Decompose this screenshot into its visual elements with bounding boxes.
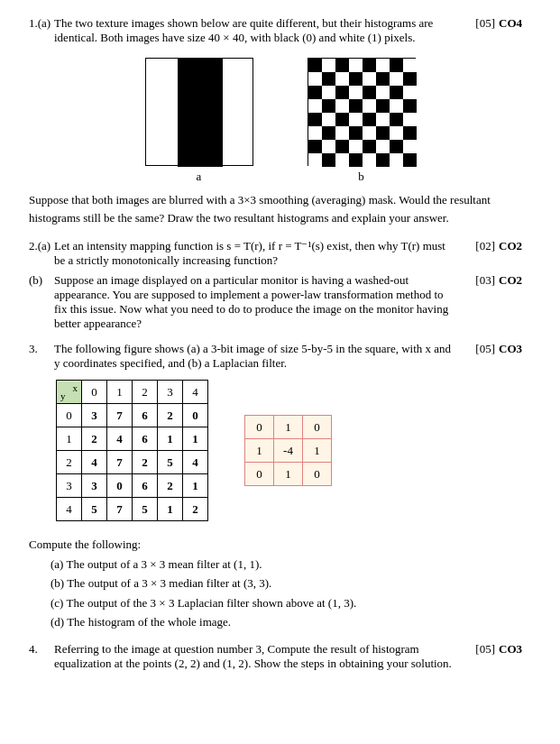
q4-mark: [05] <box>455 642 499 657</box>
checkerboard-cell <box>308 99 322 113</box>
checkerboard-cell <box>335 113 349 126</box>
checkerboard-cell <box>363 113 376 126</box>
checkerboard-grid <box>308 59 417 167</box>
compute-item: (c) The output of the 3 × 3 Laplacian fi… <box>50 594 531 612</box>
checkerboard-cell <box>335 140 349 153</box>
col-header: 0 <box>82 381 107 404</box>
compute-block: Compute the following: (a) The output of… <box>29 536 531 631</box>
q4-text: Referring to the image at question numbe… <box>54 642 455 671</box>
checkerboard-cell <box>403 140 417 153</box>
table-cell: 1 <box>183 427 208 451</box>
checkerboard-cell <box>335 86 349 99</box>
table-cell: 3 <box>82 404 107 427</box>
checkerboard-cell <box>376 126 390 140</box>
laplacian-table: 0101-41010 <box>244 415 332 486</box>
compute-item: (b) The output of a 3 × 3 median filter … <box>50 574 531 592</box>
checkerboard-cell <box>363 140 376 153</box>
checkerboard-cell <box>403 126 417 140</box>
q1-co: CO4 <box>499 16 531 31</box>
laplacian-cell: 1 <box>245 439 274 463</box>
checkerboard-cell <box>308 113 322 126</box>
checkerboard-cell <box>376 140 390 153</box>
checkerboard-cell <box>403 99 417 113</box>
table-cell: 0 <box>107 474 133 498</box>
checkerboard-cell <box>349 153 363 167</box>
q1-mark: [05] <box>455 16 499 31</box>
table-cell: 6 <box>133 474 158 498</box>
q1-text: The two texture images shown below are q… <box>54 16 455 45</box>
checkerboard-cell <box>335 126 349 140</box>
table-cell: 2 <box>158 404 183 427</box>
laplacian-cell: 0 <box>303 463 332 486</box>
table-cell: 2 <box>133 451 158 474</box>
checkerboard-cell <box>376 113 390 126</box>
checkerboard-cell <box>349 99 363 113</box>
checkerboard-cell <box>349 140 363 153</box>
compute-items: (a) The output of a 3 × 3 mean filter at… <box>50 556 531 631</box>
checkerboard-cell <box>390 126 403 140</box>
question-3: 3. The following figure shows (a) a 3-bi… <box>29 342 531 631</box>
checkerboard-cell <box>335 72 349 86</box>
checkerboard-cell <box>363 99 376 113</box>
checkerboard-cell <box>403 113 417 126</box>
question-4: 4. Referring to the image at question nu… <box>29 642 531 671</box>
table-cell: 2 <box>183 498 208 521</box>
table-cell: 1 <box>158 498 183 521</box>
blurring-question: Suppose that both images are blurred wit… <box>29 191 531 226</box>
q1-number: 1.(a) <box>29 16 54 31</box>
checkerboard-cell <box>363 86 376 99</box>
table-cell: 7 <box>107 498 133 521</box>
q3-co: CO3 <box>499 342 531 356</box>
checkerboard-cell <box>390 113 403 126</box>
image-a-container: a <box>145 58 253 184</box>
compute-intro: Compute the following: <box>29 536 531 554</box>
compute-item: (d) The histogram of the whole image. <box>50 613 531 631</box>
checkerboard-cell <box>349 86 363 99</box>
image-a <box>145 58 253 166</box>
checkerboard-cell <box>349 59 363 72</box>
col-header: 3 <box>158 381 183 404</box>
row-header: 4 <box>57 498 82 521</box>
q2b-text: Suppose an image displayed on a particul… <box>54 273 455 331</box>
q3-number: 3. <box>29 342 54 356</box>
q4-number: 4. <box>29 642 54 657</box>
checkerboard-cell <box>403 59 417 72</box>
table-cell: 6 <box>133 404 158 427</box>
checkerboard-cell <box>308 59 322 72</box>
q2b-co: CO2 <box>499 273 531 288</box>
checkerboard-cell <box>322 153 335 167</box>
image-b-label: b <box>358 170 364 184</box>
image-a-label: a <box>197 170 202 184</box>
table-cell: 4 <box>107 427 133 451</box>
checkerboard-cell <box>349 72 363 86</box>
checkerboard-cell <box>363 59 376 72</box>
checkerboard-cell <box>322 59 335 72</box>
table-cell: 4 <box>82 451 107 474</box>
laplacian-cell: -4 <box>274 439 303 463</box>
checkerboard-cell <box>308 86 322 99</box>
checkerboard-cell <box>308 140 322 153</box>
checkerboard-cell <box>322 140 335 153</box>
checkerboard-cell <box>376 153 390 167</box>
table-corner: xy <box>57 381 82 404</box>
table-cell: 1 <box>158 427 183 451</box>
checkerboard-cell <box>349 126 363 140</box>
laplacian-cell: 1 <box>303 439 332 463</box>
checkerboard-cell <box>308 72 322 86</box>
table-cell: 5 <box>158 451 183 474</box>
checkerboard-cell <box>376 59 390 72</box>
col-header: 2 <box>133 381 158 404</box>
col-header: 4 <box>183 381 208 404</box>
checkerboard-cell <box>308 126 322 140</box>
compute-item: (a) The output of a 3 × 3 mean filter at… <box>50 556 531 574</box>
question-1: 1.(a) The two texture images shown below… <box>29 16 531 226</box>
image-table: xy01234037620124611247254330621457512 <box>56 380 208 521</box>
figure-tables-row: xy01234037620124611247254330621457512 01… <box>56 380 531 521</box>
image-b-container: b <box>308 58 416 184</box>
checkerboard-cell <box>403 72 417 86</box>
row-header: 1 <box>57 427 82 451</box>
q3-text: The following figure shows (a) a 3-bit i… <box>54 342 455 371</box>
col-header: 1 <box>107 381 133 404</box>
q2a-co: CO2 <box>499 239 531 253</box>
checkerboard-cell <box>403 86 417 99</box>
